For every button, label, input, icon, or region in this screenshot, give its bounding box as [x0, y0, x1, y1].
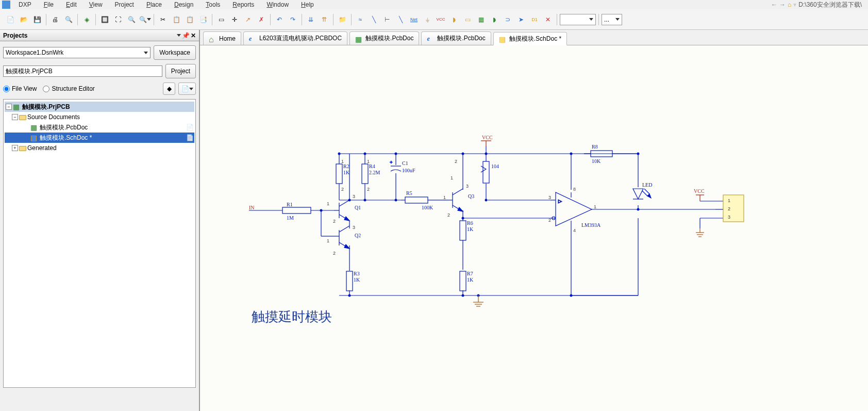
open-file-button[interactable]: 📂: [18, 13, 30, 26]
svg-rect-65: [362, 164, 368, 184]
schematic-canvas[interactable]: +: [200, 45, 868, 411]
place-vcc-button[interactable]: VCC: [435, 13, 447, 26]
place-port-button[interactable]: ◗: [448, 13, 460, 26]
tree-node-schdoc[interactable]: 触摸模块.SchDoc * 📄: [5, 133, 194, 143]
place-wire-button[interactable]: ≈: [354, 13, 366, 26]
menu-file[interactable]: File: [38, 0, 60, 9]
zoom-window-button[interactable]: 🔲: [98, 13, 111, 26]
pcb-icon: [355, 35, 362, 42]
tree-node-project[interactable]: − 触摸模块.PrjPCB: [5, 102, 194, 112]
undo-button[interactable]: ↶: [273, 13, 286, 26]
file-view-radio[interactable]: File View: [3, 85, 37, 92]
place-harness-button[interactable]: ⊃: [502, 13, 514, 26]
redo-button[interactable]: ↷: [287, 13, 299, 26]
place-close-button[interactable]: ✕: [542, 13, 554, 26]
deselect-button[interactable]: ↗: [242, 13, 254, 26]
copy-button[interactable]: 📋: [170, 13, 182, 26]
place-sheet-button[interactable]: ▦: [475, 13, 487, 26]
stamp-button[interactable]: 📑: [197, 13, 209, 26]
structure-editor-radio[interactable]: Structure Editor: [43, 85, 94, 92]
panel-close-icon[interactable]: ✕: [191, 32, 196, 39]
svg-text:2: 2: [367, 187, 370, 192]
svg-line-98: [642, 191, 647, 196]
svg-point-45: [338, 153, 341, 155]
panel-pin-icon[interactable]: 📌: [182, 32, 190, 39]
svg-text:R6: R6: [467, 220, 473, 226]
svg-text:1: 1: [367, 159, 370, 164]
browse-button[interactable]: 📁: [336, 13, 348, 26]
menu-tools[interactable]: Tools: [199, 0, 226, 9]
panel-settings-button[interactable]: ◆: [163, 83, 175, 95]
svg-text:100K: 100K: [422, 205, 433, 210]
print-button[interactable]: 🖨: [49, 13, 61, 26]
hierarchy-down-button[interactable]: ⇊: [305, 13, 317, 26]
menu-reports[interactable]: Reports: [226, 0, 260, 9]
svg-line-99: [644, 189, 649, 194]
place-gnd-button[interactable]: ⏚: [421, 13, 433, 26]
crosshair-button[interactable]: ✛: [228, 13, 241, 26]
project-button[interactable]: Project: [165, 64, 196, 78]
svg-text:1M: 1M: [287, 215, 294, 221]
tree-node-pcbdoc[interactable]: 触摸模块.PcbDoc 📄: [5, 122, 194, 133]
menu-project[interactable]: Project: [109, 0, 140, 9]
menu-view[interactable]: View: [83, 0, 109, 9]
panel-dropdown-icon[interactable]: [177, 34, 181, 37]
toolbar-separator: [46, 14, 46, 25]
svg-text:C1: C1: [402, 160, 408, 166]
menu-help[interactable]: Help: [295, 0, 320, 9]
tab-pcbdoc-1[interactable]: 触摸模块.PcbDoc: [349, 31, 419, 45]
tree-node-source-docs[interactable]: − Source Documents: [5, 112, 194, 122]
svg-marker-78: [344, 217, 349, 221]
tree-expand-icon[interactable]: +: [12, 145, 18, 151]
print-preview-button[interactable]: 🔍: [62, 13, 75, 26]
toolbar-separator: [212, 14, 212, 25]
cut-button[interactable]: ✂: [157, 13, 169, 26]
menu-place[interactable]: Place: [140, 0, 168, 9]
compile-button[interactable]: ◈: [80, 13, 93, 26]
zoom-in-button[interactable]: 🔍: [125, 13, 138, 26]
place-netlabel-button[interactable]: Net: [408, 13, 420, 26]
clear-button[interactable]: ✗: [255, 13, 268, 26]
svg-text:3: 3: [466, 184, 469, 189]
zoom-fit-button[interactable]: ⛶: [112, 13, 124, 26]
tree-node-generated[interactable]: + Generated: [5, 143, 194, 153]
paste-button[interactable]: 📋: [183, 13, 196, 26]
place-sheetentry-button[interactable]: ◗: [488, 13, 500, 26]
menu-design[interactable]: Design: [168, 0, 199, 9]
tab-home[interactable]: Home: [203, 31, 241, 45]
svg-text:2: 2: [447, 212, 450, 218]
place-signal-button[interactable]: ⊢: [381, 13, 393, 26]
svg-text:Q3: Q3: [468, 193, 474, 199]
tab-pcbdoc-2[interactable]: 触摸模块.PcbDoc: [421, 31, 491, 45]
menu-edit[interactable]: Edit: [60, 0, 83, 9]
place-line-button[interactable]: ╲: [394, 13, 407, 26]
menu-dxp[interactable]: DXP: [12, 0, 38, 9]
svg-line-86: [453, 189, 463, 195]
hierarchy-up-button[interactable]: ⇈: [318, 13, 330, 26]
place-directive-button[interactable]: ➤: [515, 13, 527, 26]
project-field[interactable]: 触摸模块.PrjPCB: [3, 65, 162, 77]
tab-schdoc[interactable]: 触摸模块.SchDoc *: [493, 32, 567, 45]
net-vcc-label-2: VCC: [694, 188, 705, 194]
svg-point-62: [637, 153, 640, 155]
svg-text:LED: LED: [642, 182, 652, 188]
select-rect-button[interactable]: ▭: [215, 13, 227, 26]
place-bus-button[interactable]: ╲: [368, 13, 380, 26]
menu-window[interactable]: Window: [260, 0, 295, 9]
new-file-button[interactable]: 📄: [4, 13, 16, 26]
save-button[interactable]: 💾: [31, 13, 43, 26]
tab-l6203[interactable]: L6203直流电机驱动.PCBDOC: [243, 31, 347, 45]
workspace-button[interactable]: Workspace: [154, 45, 196, 60]
panel-options-button[interactable]: 📄: [178, 83, 196, 95]
tree-collapse-icon[interactable]: −: [6, 104, 12, 110]
place-text-button[interactable]: D1: [528, 13, 541, 26]
menu-bar: DXP File Edit View Project Place Design …: [0, 0, 868, 9]
place-part-button[interactable]: ▭: [461, 13, 474, 26]
zoom-dropdown-button[interactable]: 🔍: [139, 13, 151, 26]
tree-collapse-icon[interactable]: −: [12, 114, 18, 120]
workspace-select[interactable]: Workspace1.DsnWrk: [3, 47, 151, 58]
toolbar-combo-1[interactable]: [560, 14, 596, 25]
toolbar-combo-2[interactable]: ...: [602, 14, 622, 25]
svg-text:1: 1: [341, 159, 344, 164]
toolbar-separator: [351, 14, 352, 25]
